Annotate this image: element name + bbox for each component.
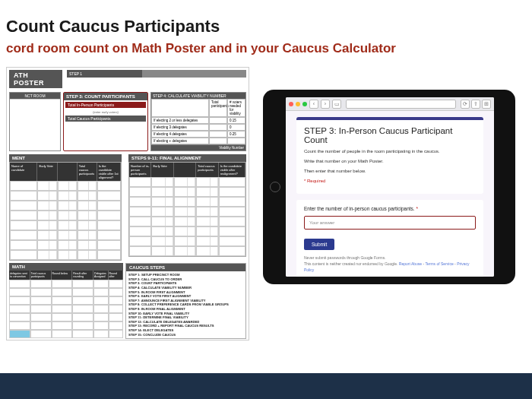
tablet-screen: ‹ › ▭ ⟳ ⇧ ⊞ STEP 3: In-Person Caucus Par… — [286, 97, 494, 277]
table-row — [129, 226, 245, 236]
table-row — [10, 240, 121, 250]
precinct-room-box: NCT ROOM — [9, 92, 61, 151]
report-abuse-link[interactable]: Report Abuse — [399, 261, 422, 266]
forward-button[interactable]: › — [321, 100, 330, 109]
count-participants-box: STEP 3: COUNT PARTICIPANTS Total In-Pers… — [63, 92, 148, 151]
acol: Name of candidate — [10, 163, 37, 181]
slide-subtitle: cord room count on Math Poster and in yo… — [0, 40, 532, 67]
table-row — [10, 191, 121, 201]
browser-chrome: ‹ › ▭ ⟳ ⇧ ⊞ — [286, 97, 494, 111]
precinct-room-hdr: NCT ROOM — [10, 93, 60, 99]
url-bar[interactable] — [346, 100, 456, 109]
poster-brand: ATH POSTER — [9, 70, 62, 88]
vcell — [209, 117, 227, 124]
table-row — [129, 246, 245, 256]
back-button[interactable]: ‹ — [309, 100, 318, 109]
vcol2: # voters needed for viability — [227, 99, 245, 117]
table-row — [9, 321, 123, 330]
vcol0 — [151, 99, 209, 117]
mcol: Delegates Assigned — [93, 271, 108, 280]
table-row — [129, 187, 245, 197]
viability-foot: Viability Number — [151, 144, 245, 150]
form-p2: Write that number on your Math Poster. — [304, 158, 476, 165]
viability-hdr: STEP 4: CALCULATE VIABILITY NUMBER — [151, 93, 245, 99]
final-alignment-table: Number of in-person participants Early V… — [128, 162, 246, 257]
fcol — [174, 163, 196, 177]
vcell — [209, 124, 227, 131]
final-alignment-hdr: STEPS 9-11: FINAL ALIGNMENT — [128, 154, 246, 162]
count-hdr: STEP 3: COUNT PARTICIPANTS — [64, 93, 147, 100]
math-section: MATH delegates sent to convention Total … — [9, 263, 123, 339]
reload-icon[interactable]: ⟳ — [461, 100, 470, 109]
mcol: delegates sent to convention — [9, 271, 30, 280]
submit-button[interactable]: Submit — [304, 239, 334, 250]
mcol: Total caucus participants — [30, 271, 52, 280]
mcol: Round below — [52, 271, 73, 280]
first-alignment-hdr: MENT — [9, 154, 122, 162]
acol — [58, 163, 78, 181]
sidebar-icon[interactable]: ▭ — [332, 100, 341, 109]
viability-box: STEP 4: CALCULATE VIABILITY NUMBER Total… — [150, 92, 246, 151]
mcol: Result after rounding — [72, 271, 93, 280]
table-row — [9, 288, 123, 296]
vcell: 0.25 — [227, 131, 245, 138]
vcell: 0 — [227, 124, 245, 131]
table-row — [129, 236, 245, 246]
form-p1: Count the number of people in the room p… — [304, 148, 476, 155]
required-label: * Required — [304, 178, 476, 185]
table-row — [10, 201, 121, 211]
count-bar-1b: (enter early voters) — [64, 109, 147, 115]
fcol: Number of in-person participants — [129, 163, 151, 177]
acol: Early Vote — [37, 163, 57, 181]
minimize-icon[interactable] — [296, 102, 300, 106]
maximize-icon[interactable] — [302, 102, 307, 106]
google-form: STEP 3: In-Person Caucus Participant Cou… — [286, 111, 494, 277]
poster-topbar: STEP 1 STEP 2 — [67, 70, 246, 78]
form-header-card: STEP 3: In-Person Caucus Participant Cou… — [296, 117, 483, 194]
google-forms-logo: Google Forms — [304, 276, 476, 277]
tablet-frame: ‹ › ▭ ⟳ ⇧ ⊞ STEP 3: In-Person Caucus Par… — [263, 90, 515, 284]
acol: Total caucus participants — [78, 163, 97, 181]
form-title: STEP 3: In-Person Caucus Participant Cou… — [304, 126, 476, 144]
traffic-lights — [289, 102, 307, 106]
vcell: 0.15 — [227, 117, 245, 124]
form-question-card: Enter the number of in-person caucus par… — [296, 200, 483, 277]
vrow: If electing 4 delegates — [151, 131, 209, 138]
caucus-steps-box: CAUCUS STEPS STEP 1: SETUP PRECINCT ROOM… — [125, 263, 246, 339]
form-p3: Then enter that number below. — [304, 168, 476, 175]
step-item: STEP 8: COLLECT PREFERENCE CARDS FROM VI… — [128, 302, 243, 307]
vcell — [209, 138, 227, 144]
table-row — [10, 250, 121, 260]
table-row — [129, 207, 245, 217]
share-icon[interactable]: ⇧ — [471, 100, 480, 109]
form-foot1: Never submit passwords through Google Fo… — [304, 255, 476, 261]
tos-link[interactable]: Terms of Service — [425, 261, 453, 266]
count-bar-1: Total In-Person Participants — [65, 102, 146, 108]
mcol: Round after — [109, 271, 123, 280]
vrow: If electing 2 or less delegates — [151, 117, 209, 124]
fcol: Is the candidate viable after realignmen… — [219, 163, 245, 177]
answer-input[interactable]: Your answer — [304, 216, 476, 230]
table-row — [9, 296, 123, 305]
table-row — [9, 330, 123, 338]
question-label: Enter the number of in-person caucus par… — [304, 206, 476, 211]
first-alignment-table: Name of candidate Early Vote Total caucu… — [9, 162, 122, 261]
table-row — [129, 197, 245, 207]
close-icon[interactable] — [289, 102, 293, 106]
fcol: Total caucus participants — [196, 163, 218, 177]
fcol: Early Vote — [151, 163, 173, 177]
tabs-icon[interactable]: ⊞ — [482, 100, 491, 109]
acol: Is the candidate viable after 1st alignm… — [97, 163, 121, 181]
table-row — [10, 220, 121, 230]
form-footer: Never submit passwords through Google Fo… — [304, 255, 476, 273]
table-row — [9, 280, 123, 288]
form-foot2: This content is neither created nor endo… — [304, 261, 476, 273]
table-row — [9, 305, 123, 313]
table-row — [10, 181, 121, 191]
viability-grid: Total participants # voters needed for v… — [151, 99, 245, 144]
vrow: If electing 3 delegates — [151, 124, 209, 131]
home-button-icon — [270, 182, 280, 192]
step-item: STEP 15: CONCLUDE CAUCUS — [128, 332, 243, 337]
content-row: ATH POSTER STEP 1 STEP 2 NCT ROOM STEP 3… — [0, 67, 532, 340]
table-row — [10, 211, 121, 220]
